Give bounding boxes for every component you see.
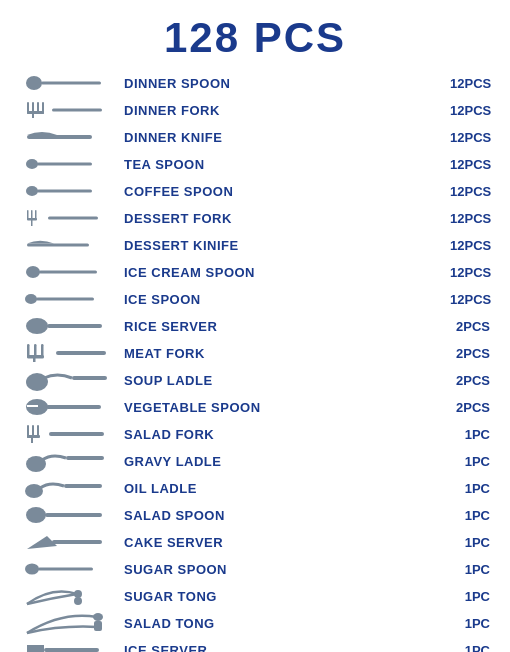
svg-rect-36 (27, 405, 38, 407)
list-item: VEGETABLE SPOON2PCS (10, 394, 500, 420)
coffee-spoon-qty: 12PCS (450, 184, 500, 199)
page-title: 128 PCS (0, 10, 510, 62)
ice-server-name: ICE SERVER (120, 643, 450, 653)
list-item: ICE SERVER1PC (10, 637, 500, 652)
svg-rect-24 (36, 298, 94, 301)
oil-ladle-qty: 1PC (450, 481, 500, 496)
svg-point-33 (26, 373, 48, 391)
svg-rect-57 (44, 648, 99, 652)
dinner-knife-name: DINNER KNIFE (120, 130, 450, 145)
svg-rect-19 (48, 217, 98, 220)
list-item: DINNER KNIFE12PCS (10, 124, 500, 150)
svg-rect-1 (41, 82, 101, 85)
dessert-knife-icon (10, 232, 120, 258)
sugar-tong-qty: 1PC (450, 589, 500, 604)
svg-rect-9 (27, 135, 92, 139)
svg-rect-32 (56, 351, 106, 355)
dinner-spoon-qty: 12PCS (450, 76, 500, 91)
dessert-knife-name: DESSERT KINIFE (120, 238, 450, 253)
svg-rect-30 (27, 355, 44, 359)
vegetable-spoon-icon (10, 394, 120, 420)
list-item: SOUP LADLE2PCS (10, 367, 500, 393)
list-item: GRAVY LADLE1PC (10, 448, 500, 474)
meat-fork-name: MEAT FORK (120, 346, 450, 361)
svg-point-55 (93, 613, 103, 621)
soup-ladle-name: SOUP LADLE (120, 373, 450, 388)
soup-ladle-qty: 2PCS (450, 373, 500, 388)
list-item: CAKE SERVER1PC (10, 529, 500, 555)
salad-tong-qty: 1PC (450, 616, 500, 631)
svg-point-48 (26, 507, 46, 523)
list-item: SUGAR SPOON1PC (10, 556, 500, 582)
meat-fork-qty: 2PCS (450, 346, 500, 361)
list-item: COFFEE SPOON12PCS (10, 178, 500, 204)
svg-point-53 (74, 590, 82, 598)
salad-tong-icon (10, 610, 120, 636)
svg-rect-31 (33, 358, 36, 362)
svg-point-12 (26, 186, 38, 196)
rice-server-qty: 2PCS (450, 319, 500, 334)
dessert-knife-qty: 12PCS (450, 238, 500, 253)
salad-spoon-icon (10, 502, 120, 528)
list-item: TEA SPOON12PCS (10, 151, 500, 177)
svg-point-21 (26, 266, 40, 278)
ice-cream-spoon-name: ICE CREAM SPOON (120, 265, 450, 280)
svg-rect-13 (37, 190, 92, 193)
list-item: OIL LADLE1PC (10, 475, 500, 501)
tea-spoon-qty: 12PCS (450, 157, 500, 172)
svg-rect-34 (72, 376, 107, 380)
salad-spoon-qty: 1PC (450, 508, 500, 523)
svg-point-0 (26, 76, 42, 90)
ice-server-qty: 1PC (450, 643, 500, 653)
soup-ladle-icon (10, 367, 120, 393)
ice-spoon-qty: 12PCS (450, 292, 500, 307)
list-item: DINNER FORK12PCS (10, 97, 500, 123)
dinner-spoon-name: DINNER SPOON (120, 76, 450, 91)
salad-fork-name: SALAD FORK (120, 427, 450, 442)
vegetable-spoon-name: VEGETABLE SPOON (120, 400, 450, 415)
svg-rect-52 (38, 568, 93, 571)
list-item: SALAD TONG1PC (10, 610, 500, 636)
salad-tong-name: SALAD TONG (120, 616, 450, 631)
list-item: SALAD SPOON1PC (10, 502, 500, 528)
dessert-fork-qty: 12PCS (450, 211, 500, 226)
oil-ladle-icon (10, 475, 120, 501)
salad-fork-icon (10, 421, 120, 447)
tea-spoon-icon (10, 151, 120, 177)
svg-point-23 (25, 294, 37, 304)
svg-point-10 (26, 159, 38, 169)
list-item: RICE SERVER2PCS (10, 313, 500, 339)
cake-server-icon (10, 529, 120, 555)
ice-cream-spoon-icon (10, 259, 120, 285)
dinner-fork-icon (10, 97, 120, 123)
svg-rect-47 (64, 484, 102, 488)
dessert-fork-name: DESSERT FORK (120, 211, 450, 226)
svg-point-51 (25, 564, 39, 575)
list-item: DINNER SPOON12PCS (10, 70, 500, 96)
sugar-spoon-icon (10, 556, 120, 582)
svg-rect-7 (32, 114, 34, 118)
meat-fork-icon (10, 340, 120, 366)
dinner-spoon-icon (10, 70, 120, 96)
list-item: MEAT FORK2PCS (10, 340, 500, 366)
dinner-knife-icon (10, 124, 120, 150)
svg-rect-11 (37, 163, 92, 166)
sugar-spoon-name: SUGAR SPOON (120, 562, 450, 577)
tea-spoon-name: TEA SPOON (120, 157, 450, 172)
svg-rect-22 (39, 271, 97, 274)
ice-spoon-name: ICE SPOON (120, 292, 450, 307)
svg-point-54 (74, 597, 82, 605)
coffee-spoon-icon (10, 178, 120, 204)
list-item: SUGAR TONG1PC (10, 583, 500, 609)
oil-ladle-name: OIL LADLE (120, 481, 450, 496)
list-item: DESSERT FORK12PCS (10, 205, 500, 231)
sugar-tong-name: SUGAR TONG (120, 589, 450, 604)
svg-rect-41 (27, 435, 40, 438)
salad-spoon-name: SALAD SPOON (120, 508, 450, 523)
svg-rect-20 (27, 244, 89, 247)
dinner-fork-name: DINNER FORK (120, 103, 450, 118)
gravy-ladle-name: GRAVY LADLE (120, 454, 450, 469)
svg-rect-6 (27, 111, 44, 114)
list-item: DESSERT KINIFE12PCS (10, 232, 500, 258)
list-item: SALAD FORK1PC (10, 421, 500, 447)
